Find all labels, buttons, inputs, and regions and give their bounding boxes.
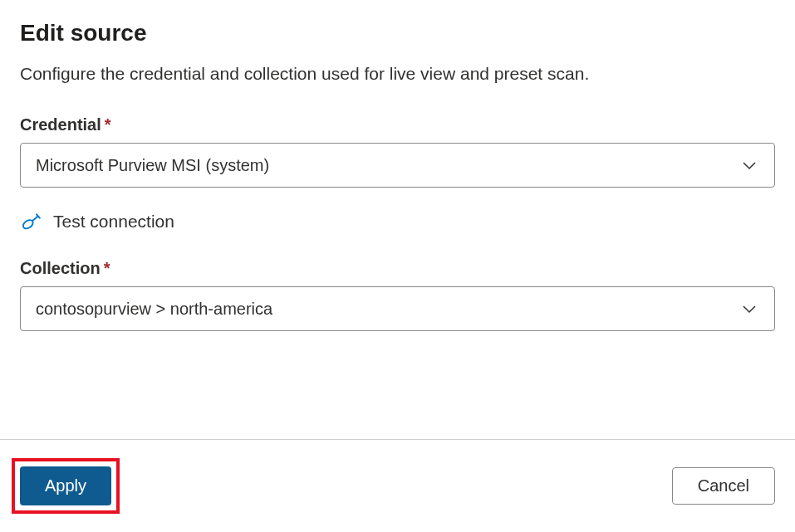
footer: Apply Cancel [0,439,795,532]
collection-label: Collection* [20,259,775,278]
cancel-button[interactable]: Cancel [672,467,775,505]
page-description: Configure the credential and collection … [20,61,775,85]
chevron-down-icon [739,299,759,319]
test-connection-label: Test connection [53,212,174,232]
required-indicator: * [104,259,110,277]
page-title: Edit source [20,20,775,46]
apply-button[interactable]: Apply [20,466,111,505]
credential-value: Microsoft Purview MSI (system) [36,156,269,175]
chevron-down-icon [739,155,759,175]
required-indicator: * [105,115,111,134]
plug-icon [20,211,42,232]
credential-label-text: Credential [20,115,101,134]
collection-value: contosopurview > north-america [36,300,272,319]
apply-button-highlight: Apply [12,458,120,514]
collection-label-text: Collection [20,259,101,277]
svg-line-1 [32,217,37,221]
collection-dropdown[interactable]: contosopurview > north-america [20,286,775,331]
test-connection-link[interactable]: Test connection [20,211,174,232]
credential-label: Credential* [20,115,775,134]
credential-dropdown[interactable]: Microsoft Purview MSI (system) [20,143,775,188]
